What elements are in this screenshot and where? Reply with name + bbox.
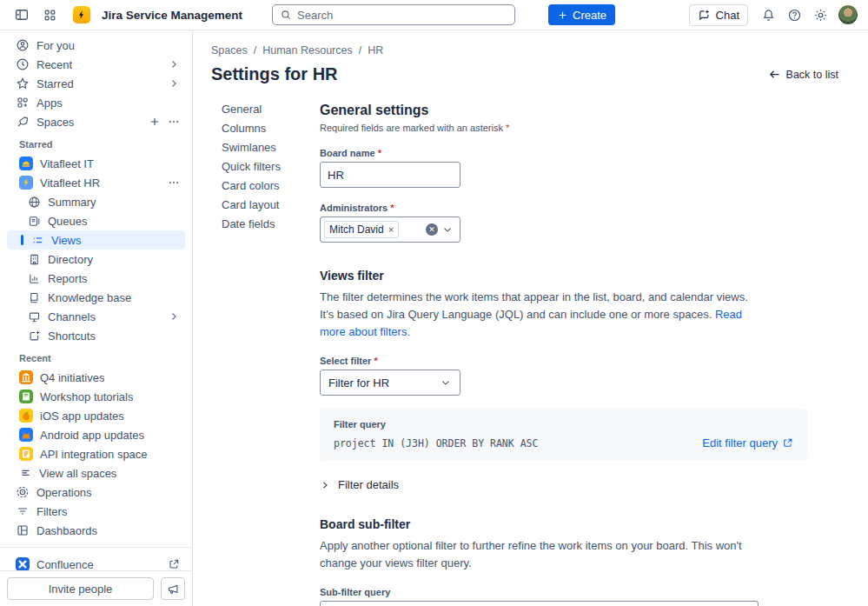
filter-select[interactable]: Filter for HR [320,370,461,396]
lightning-bolt-icon [76,10,87,20]
filter-query-label: Filter query [334,419,793,430]
jira-logo[interactable] [73,6,90,23]
sidebar-item-recent[interactable]: Recent [7,55,185,74]
breadcrumb-hr[interactable]: HR [368,44,383,57]
sidebar-space-android-app-updates[interactable]: Android app updates [7,425,185,444]
chevron-right-icon[interactable] [168,77,180,90]
more-icon[interactable] [168,116,180,128]
recent-section-label: Recent [19,353,185,363]
sidebar-space-vitafleet-it[interactable]: Vitafleet IT [7,154,185,173]
search-box[interactable] [272,4,515,25]
collapse-sidebar-button[interactable] [10,3,33,26]
chevron-down-icon[interactable] [441,223,454,236]
space-label: Vitafleet HR [40,176,100,190]
apps-icon [16,96,30,110]
space-label: API integration space [40,448,148,461]
app-switcher-button[interactable] [38,3,61,26]
board-name-input[interactable] [320,162,461,188]
sidebar-item-label: Reports [48,272,88,285]
settings-nav-columns[interactable]: Columns [222,122,320,141]
settings-nav-swimlanes[interactable]: Swimlanes [222,141,320,160]
sidebar-item-apps[interactable]: Apps [7,93,185,112]
sidebar-item-knowledge-base[interactable]: Knowledge base [7,288,185,307]
invite-people-button[interactable]: Invite people [7,577,154,600]
app-switcher-icon [43,8,57,23]
sidebar-item-confluence[interactable]: Confluence [7,555,185,570]
sidebar-item-queues[interactable]: Queues [7,211,185,230]
sidebar-item-directory[interactable]: Directory [7,250,185,269]
settings-nav-general[interactable]: General [222,103,320,122]
views-filter-heading: Views filter [320,269,811,283]
settings-nav-quick-filters[interactable]: Quick filters [222,160,320,179]
sidebar-item-label: Spaces [36,116,74,129]
sidebar-item-starred[interactable]: Starred [7,74,185,93]
add-space-icon[interactable] [149,116,161,128]
sidebar-item-label: Queues [48,215,88,228]
breadcrumb-human-resources[interactable]: Human Resources [262,44,353,57]
sidebar-item-reports[interactable]: Reports [7,269,185,288]
external-link-icon [782,437,793,449]
sidebar-item-label: Recent [36,58,72,71]
edit-filter-query-link[interactable]: Edit filter query [702,436,793,450]
sidebar-item-views[interactable]: Views [7,230,185,250]
admin-tag: Mitch David × [324,221,399,238]
chevron-right-icon[interactable] [168,58,180,70]
chat-button[interactable]: Chat [689,4,748,26]
filter-details-toggle[interactable]: Filter details [320,478,811,491]
confluence-icon [16,557,30,570]
create-button[interactable]: Create [548,4,615,25]
sidebar-item-label: Filters [36,505,67,518]
sidebar-item-shortcuts[interactable]: Shortcuts [7,326,185,345]
sidebar-item-label: Apps [36,97,63,110]
create-button-label: Create [573,9,606,22]
sidebar-space-workshop-tutorials[interactable]: Workshop tutorials [7,387,185,406]
filter-icon [16,504,30,518]
chevron-right-icon[interactable] [168,310,180,323]
more-icon[interactable] [168,176,180,189]
sidebar-space-api-integration[interactable]: API integration space [7,444,185,463]
sidebar-space-vitafleet-hr[interactable]: Vitafleet HR [7,173,185,192]
required-asterisk: * [506,123,509,133]
search-input[interactable] [297,9,507,22]
sidebar-space-q4-initiatives[interactable]: Q4 initiatives [7,368,185,387]
sidebar-item-summary[interactable]: Summary [7,192,185,211]
radar-icon [16,485,30,499]
help-button[interactable] [783,3,805,26]
sidebar-item-spaces[interactable]: Spaces [7,112,185,131]
search-icon [280,9,292,21]
views-list-icon [31,234,44,247]
sidebar-item-label: For you [36,39,75,52]
starred-section-label: Starred [19,139,185,150]
breadcrumb-spaces[interactable]: Spaces [211,44,248,57]
space-label: Vitafleet IT [40,157,94,170]
clear-all-icon[interactable]: ✕ [426,223,438,236]
space-label: Q4 initiatives [40,371,104,384]
settings-nav-card-colors[interactable]: Card colors [222,179,320,198]
sub-filter-query-input[interactable] [320,601,759,606]
back-to-list-link[interactable]: Back to list [768,68,838,81]
workshop-tutorials-space-icon [19,390,33,403]
remove-admin-icon[interactable]: × [388,224,394,235]
sidebar-item-view-all-spaces[interactable]: View all spaces [7,463,185,483]
settings-button[interactable] [809,3,832,26]
chevron-down-icon [440,376,452,389]
feedback-button[interactable] [161,577,185,600]
sidebar-item-dashboards[interactable]: Dashbaords [7,521,185,540]
sidebar-space-ios-app-updates[interactable]: iOS app updates [7,406,185,425]
spaces-icon [16,115,30,129]
administrators-select[interactable]: Mitch David × ✕ [320,216,461,243]
settings-nav-date-fields[interactable]: Date fields [222,217,320,236]
bell-icon [761,8,776,23]
sidebar-item-operations[interactable]: Operations [7,483,185,502]
sub-filter-query-label: Sub-filter query [320,587,811,597]
user-avatar[interactable] [838,5,858,24]
settings-nav-card-layout[interactable]: Card layout [222,198,320,217]
views-filter-description: The filter determines the work items tha… [320,289,759,341]
chat-button-label: Chat [716,9,739,22]
sidebar-item-channels[interactable]: Channels [7,307,185,326]
sidebar-item-for-you[interactable]: For you [7,36,185,55]
notifications-button[interactable] [757,3,779,26]
sidebar-item-label: Confluence [36,558,94,571]
sidebar-item-filters[interactable]: Filters [7,502,185,521]
filter-details-label: Filter details [338,478,399,491]
